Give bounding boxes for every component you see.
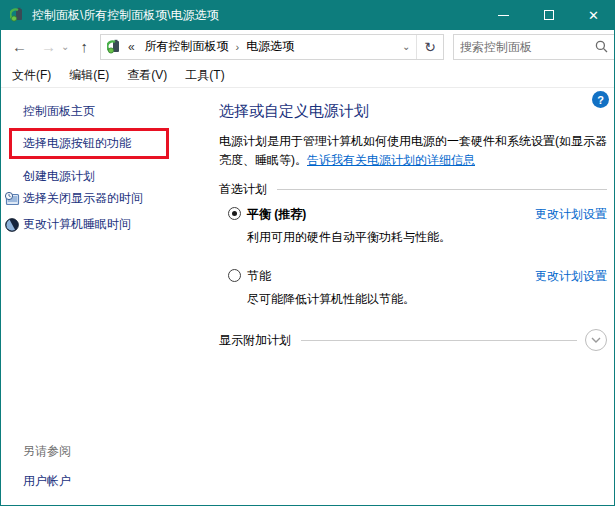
power-options-window: 控制面板\所有控制面板项\电源选项 ✕ ← → ⌄ ↑ « 所有控制面板项 › …: [0, 0, 615, 506]
annotation-red-box: 选择电源按钮的功能: [9, 128, 169, 159]
sidebar-item-create-power-plan[interactable]: 创建电源计划: [23, 168, 95, 185]
history-dropdown-icon[interactable]: ⌄: [61, 41, 69, 52]
plan-desc-power-saver: 尽可能降低计算机性能以节能。: [247, 291, 415, 308]
navigation-bar: ← → ⌄ ↑ « 所有控制面板项 › 电源选项 ⌄ ↻: [1, 30, 615, 63]
section-divider: [301, 340, 577, 341]
plan-row-balanced: 平衡 (推荐) 更改计划设置: [228, 206, 607, 223]
sleep-meter-icon: [4, 217, 20, 233]
close-button[interactable]: ✕: [571, 0, 615, 30]
content-area: 控制面板主页 选择电源按钮的功能 创建电源计划 选择关闭显示器的时间 更改计算机…: [1, 89, 614, 505]
minimize-icon: [498, 15, 509, 16]
section-divider: [277, 189, 607, 190]
search-input[interactable]: [460, 40, 595, 54]
sidebar-item-control-panel-home[interactable]: 控制面板主页: [23, 103, 95, 120]
menu-view[interactable]: 查看(V): [118, 67, 176, 84]
close-icon: ✕: [588, 8, 599, 23]
back-icon[interactable]: ←: [8, 39, 31, 54]
help-icon[interactable]: ?: [592, 91, 609, 108]
sidebar-item-user-accounts[interactable]: 用户帐户: [23, 473, 71, 490]
address-bar[interactable]: « 所有控制面板项 › 电源选项 ⌄ ↻: [100, 34, 444, 60]
breadcrumb-overflow-icon[interactable]: «: [128, 40, 135, 54]
sidebar-item-computer-sleep-time[interactable]: 更改计算机睡眠时间: [4, 216, 131, 233]
change-plan-settings-link-balanced[interactable]: 更改计划设置: [535, 206, 607, 223]
radio-power-saver[interactable]: [228, 269, 241, 282]
display-clock-icon: [4, 191, 20, 207]
search-icon[interactable]: [595, 40, 608, 53]
power-options-breadcrumb-icon: [107, 39, 123, 55]
see-also-header: 另请参阅: [23, 443, 71, 460]
plan-desc-balanced: 利用可用的硬件自动平衡功耗与性能。: [247, 229, 451, 246]
minimize-button[interactable]: [481, 0, 526, 30]
radio-balanced[interactable]: [228, 207, 241, 220]
refresh-icon[interactable]: ↻: [416, 35, 443, 59]
plan-row-power-saver: 节能 更改计划设置: [228, 268, 607, 285]
breadcrumb-all-items[interactable]: 所有控制面板项: [141, 38, 233, 55]
page-title: 选择或自定义电源计划: [219, 102, 369, 121]
change-plan-settings-link-power-saver[interactable]: 更改计划设置: [535, 268, 607, 285]
preferred-plans-label: 首选计划: [219, 181, 267, 198]
menu-edit[interactable]: 编辑(E): [60, 67, 118, 84]
breadcrumb-power-options[interactable]: 电源选项: [242, 38, 298, 55]
window-title: 控制面板\所有控制面板项\电源选项: [32, 7, 481, 24]
menu-file[interactable]: 文件(F): [3, 67, 60, 84]
sidebar-item-computer-sleep-time-label: 更改计算机睡眠时间: [23, 216, 131, 233]
sidebar-item-display-off-time[interactable]: 选择关闭显示器的时间: [4, 190, 143, 207]
maximize-button[interactable]: [526, 0, 571, 30]
sidebar-item-choose-power-buttons[interactable]: 选择电源按钮的功能: [23, 135, 131, 152]
maximize-icon: [544, 10, 554, 20]
menu-tools[interactable]: 工具(T): [176, 67, 233, 84]
intro-paragraph: 电源计划是用于管理计算机如何使用电源的一套硬件和系统设置(如显示器亮度、睡眠等)…: [219, 132, 611, 170]
sidebar-item-display-off-time-label: 选择关闭显示器的时间: [23, 190, 143, 207]
learn-more-link[interactable]: 告诉我有关电源计划的详细信息: [307, 153, 475, 167]
plan-name-power-saver[interactable]: 节能: [247, 268, 271, 285]
title-bar: 控制面板\所有控制面板项\电源选项 ✕: [1, 0, 615, 30]
power-options-icon: [10, 7, 26, 23]
up-icon[interactable]: ↑: [76, 39, 92, 54]
plan-name-balanced[interactable]: 平衡 (推荐): [247, 206, 306, 223]
address-dropdown-icon[interactable]: ⌄: [396, 35, 416, 59]
forward-icon: →: [37, 39, 60, 54]
chevron-down-icon: [590, 336, 602, 344]
preferred-plans-section: 首选计划: [219, 181, 607, 198]
additional-plans-section: 显示附加计划: [219, 329, 607, 351]
breadcrumb-separator-icon[interactable]: ›: [233, 41, 243, 53]
menu-bar: 文件(F) 编辑(E) 查看(V) 工具(T): [1, 63, 615, 88]
expand-additional-plans-button[interactable]: [585, 329, 607, 351]
search-box: [453, 34, 615, 60]
additional-plans-label: 显示附加计划: [219, 332, 291, 349]
